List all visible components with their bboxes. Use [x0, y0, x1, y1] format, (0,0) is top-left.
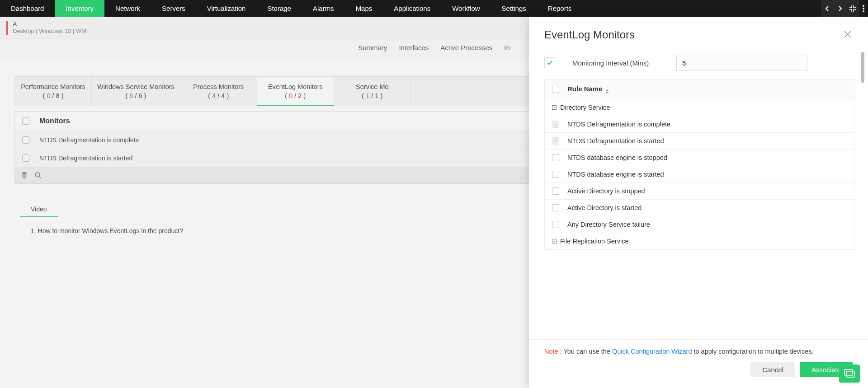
rule-checkbox[interactable]	[552, 171, 559, 178]
rule-name-header[interactable]: Rule Name	[567, 85, 609, 93]
monitor-tab-1[interactable]: Windows Service Monitors( 6 / 6 )	[92, 77, 180, 106]
monitor-name: NTDS Defragmentation is started	[39, 154, 132, 162]
rule-row: Active Directory is stopped	[545, 183, 854, 200]
nav-item-reports[interactable]: Reports	[537, 0, 583, 17]
rule-name: Any Directory Service failure	[567, 221, 650, 228]
monitor-tab-4[interactable]: Service Mo( 1 / 1 )	[334, 77, 411, 106]
rule-row: NTDS database engine is started	[545, 166, 854, 183]
interval-label: Monitoring Interval (Mins)	[572, 59, 663, 67]
monitor-name: NTDS Defragmentation is complete	[39, 136, 139, 144]
eventlog-drawer: EventLog Monitors Monitoring Interval (M…	[529, 17, 868, 388]
top-nav: DashboardInventoryNetworkServersVirtuali…	[0, 0, 868, 17]
group-name: File Replication Service	[560, 238, 629, 245]
rule-checkbox[interactable]	[552, 154, 559, 161]
svg-point-0	[35, 173, 40, 177]
rule-name: Active Directory is stopped	[567, 187, 645, 195]
rule-row: NTDS database engine is stopped	[545, 150, 854, 166]
nav-item-alarms[interactable]: Alarms	[302, 0, 345, 17]
nav-item-maps[interactable]: Maps	[345, 0, 383, 17]
collapse-icon[interactable]: −	[552, 105, 557, 110]
rule-name: NTDS Defragmentation is started	[567, 137, 664, 145]
scrollbar[interactable]	[861, 52, 864, 83]
more-menu-button[interactable]	[859, 0, 868, 17]
rule-row: NTDS Defragmentation is started	[545, 133, 854, 150]
rule-name: NTDS database engine is started	[567, 171, 664, 178]
nav-item-storage[interactable]: Storage	[256, 0, 302, 17]
rule-row: Any Directory Service failure	[545, 216, 854, 233]
rule-name: NTDS Defragmentation is complete	[567, 121, 670, 128]
quick-config-wizard-link[interactable]: Quick Configuration Wizard	[612, 348, 692, 355]
chat-fab[interactable]	[839, 365, 860, 383]
nav-item-applications[interactable]: Applications	[383, 0, 441, 17]
nav-item-workflow[interactable]: Workflow	[441, 0, 491, 17]
status-stripe	[6, 21, 8, 35]
rule-checkbox	[552, 137, 559, 145]
group-name: Directory Service	[560, 104, 610, 111]
interval-enabled-checkbox[interactable]	[544, 57, 555, 68]
compress-icon[interactable]	[846, 0, 859, 17]
drawer-title: EventLog Monitors	[544, 28, 635, 41]
rule-group[interactable]: −Directory Service	[545, 99, 854, 116]
row-checkbox[interactable]	[22, 154, 29, 162]
rules-select-all-checkbox[interactable]	[552, 86, 559, 93]
rule-row: Active Directory is started	[545, 200, 854, 216]
row-checkbox[interactable]	[22, 136, 29, 144]
rule-checkbox[interactable]	[552, 187, 559, 195]
note-label: Note	[544, 348, 558, 355]
svg-rect-1	[844, 369, 853, 375]
nav-item-virtualization[interactable]: Virtualization	[196, 0, 257, 17]
nav-item-servers[interactable]: Servers	[151, 0, 196, 17]
subnav-active-processes[interactable]: Active Processes	[440, 44, 492, 51]
monitor-tab-0[interactable]: Performance Monitors( 0 / 8 )	[15, 77, 92, 106]
monitor-tab-3[interactable]: EventLog Monitors( 0 / 2 )	[257, 77, 334, 106]
rule-name: Active Directory is started	[567, 204, 642, 211]
rule-name: NTDS database engine is stopped	[567, 154, 667, 161]
rule-row: NTDS Defragmentation is complete	[545, 116, 854, 133]
collapse-icon[interactable]: −	[552, 239, 557, 243]
search-icon[interactable]	[34, 171, 42, 179]
monitor-tab-2[interactable]: Process Monitors( 4 / 4 )	[180, 77, 257, 106]
rules-table: Rule Name −Directory ServiceNTDS Defragm…	[544, 79, 854, 250]
sort-icon	[605, 89, 609, 93]
rule-checkbox[interactable]	[552, 221, 559, 228]
nav-item-settings[interactable]: Settings	[491, 0, 537, 17]
rule-checkbox	[552, 121, 559, 128]
select-all-checkbox[interactable]	[22, 117, 29, 125]
subnav-interfaces[interactable]: Interfaces	[399, 44, 429, 51]
nav-next-button[interactable]	[834, 0, 846, 17]
nav-item-network[interactable]: Network	[104, 0, 151, 17]
nav-item-dashboard[interactable]: Dashboard	[0, 0, 55, 17]
video-tab[interactable]: Video	[20, 202, 58, 217]
nav-prev-button[interactable]	[821, 0, 834, 17]
rule-checkbox[interactable]	[552, 204, 559, 211]
delete-icon[interactable]	[20, 171, 28, 179]
nav-item-inventory[interactable]: Inventory	[55, 0, 104, 17]
cancel-button[interactable]: Cancel	[750, 362, 795, 377]
rule-group[interactable]: −File Replication Service	[545, 233, 854, 250]
subnav-summary[interactable]: Summary	[358, 44, 387, 51]
monitors-column-header: Monitors	[39, 117, 70, 125]
subnav-in[interactable]: In	[504, 44, 510, 51]
interval-input[interactable]	[676, 55, 807, 71]
topnav-right	[821, 0, 868, 17]
svg-rect-2	[846, 371, 854, 377]
close-icon[interactable]	[843, 29, 853, 41]
